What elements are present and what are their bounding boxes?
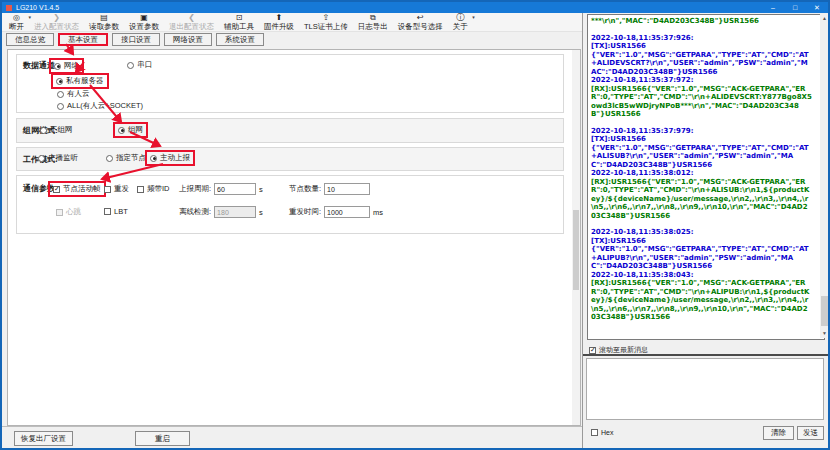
option-label-all-socket: ALL(有人云+SOCKET) (67, 101, 143, 111)
option-label-mesh: 组网 (128, 125, 143, 135)
radio-option-no-mesh[interactable]: 不组网 (37, 124, 76, 136)
radio-option-mesh[interactable]: 组网 (113, 122, 148, 138)
toolbar-icon-enter-config: ❯ (53, 13, 60, 22)
radio-option-serial[interactable]: 串口 (124, 59, 155, 71)
radio-icon-no-mesh (40, 127, 47, 134)
checkbox-option-resend[interactable]: 重发 (101, 183, 132, 195)
send-input[interactable] (586, 358, 824, 420)
field-label: 节点数量: (289, 184, 321, 194)
checkbox-icon (589, 347, 596, 354)
maximize-button[interactable]: □ (784, 2, 806, 13)
tab-system-settings[interactable]: 系统设置 (216, 33, 264, 46)
radio-icon-network (54, 63, 61, 70)
minimize-button[interactable]: – (762, 2, 784, 13)
tab-bar: 信息总览基本设置接口设置网络设置系统设置 (6, 33, 264, 48)
radio-option-active-report[interactable]: 主动上报 (145, 150, 195, 166)
radio-option-all-socket[interactable]: ALL(有人云+SOCKET) (54, 100, 146, 112)
toolbar-icon-disconnect: ◎ (13, 13, 20, 22)
radio-option-network[interactable]: 网络 (49, 58, 84, 74)
log-entry: 2022-10-18,11:35:38:043: (591, 271, 812, 280)
toolbar-button-disconnect[interactable]: ◎ 断开 ▾ (4, 13, 29, 31)
toolbar-icon-firmware-upgrade: ⬆ (276, 13, 283, 22)
field-unit: s (259, 185, 263, 194)
settings-scrollbar[interactable] (572, 50, 580, 425)
radio-icon-all-socket (57, 103, 64, 110)
toolbar-label-firmware-upgrade: 固件升级 (264, 22, 294, 31)
radio-option-assigned-node[interactable]: 指定节点 (103, 152, 149, 164)
option-label-serial: 串口 (137, 60, 152, 70)
log-entry: {"VER":"1.0","MSG":"GETPARA","TYPE":"AT"… (591, 51, 812, 77)
field-unit: ms (373, 208, 383, 217)
scroll-down-icon[interactable]: ▼ (820, 329, 829, 338)
toolbar-label-read-params: 读取参数 (89, 22, 119, 31)
toolbar-label-tls-cert-upload: TLS证书上传 (304, 22, 348, 31)
toolbar-button-enter-config[interactable]: ❯ 进入配置状态 ▾ (29, 13, 84, 31)
resend-time-input[interactable] (324, 206, 370, 218)
field-label: 上报周期: (179, 184, 211, 194)
checkbox-icon-band-id (137, 186, 144, 193)
checkbox-icon-heartbeat (56, 209, 63, 216)
toolbar-button-tls-cert-upload[interactable]: ⇪ TLS证书上传 ▾ (299, 13, 353, 31)
radio-icon-serial (127, 62, 134, 69)
log-entry: [TX]:USR1566 (591, 42, 812, 51)
option-label-active-report: 主动上报 (160, 153, 190, 163)
group-data-channel: 数据通道: 网络 串口 私有服务器 有人云 ALL (16, 54, 564, 113)
report-period-input[interactable] (214, 183, 256, 195)
scroll-up-icon[interactable]: ▲ (820, 14, 829, 23)
toolbar-label-device-model-select: 设备型号选择 (398, 22, 443, 31)
tab-basic-settings[interactable]: 基本设置 (58, 33, 108, 46)
option-label-private-server: 私有服务器 (66, 76, 104, 86)
checkbox-icon-node-active-frame (53, 186, 60, 193)
send-button[interactable]: 发送 (797, 426, 824, 440)
toolbar-button-log-export[interactable]: ⧉ 日志导出 ▾ (353, 13, 393, 31)
hex-label: Hex (601, 429, 613, 436)
scrollbar-thumb[interactable] (573, 210, 579, 290)
log-output[interactable]: ***\r\n","MAC":"D4AD203C348B"}USR1566202… (587, 14, 825, 340)
checkbox-option-band-id[interactable]: 频带ID (134, 183, 173, 195)
radio-option-broadcast-listen[interactable]: 广播监听 (35, 152, 81, 164)
log-entry: [TX]:USR1566 (591, 135, 812, 144)
toolbar-button-exit-config[interactable]: ❮ 退出配置状态 ▾ (164, 13, 219, 31)
clear-button[interactable]: 清除 (763, 426, 794, 440)
toolbar-label-tools: 辅助工具 (224, 22, 254, 31)
toolbar-label-log-export: 日志导出 (358, 22, 388, 31)
tab-port-settings[interactable]: 接口设置 (112, 33, 160, 46)
bottom-strip (2, 426, 582, 450)
toolbar-button-set-params[interactable]: ▣ 设置参数 ▾ (124, 13, 164, 31)
radio-option-usr-cloud[interactable]: 有人云 (54, 88, 93, 100)
checkbox-icon (591, 429, 598, 436)
toolbar-icon-about: ⓘ (456, 13, 464, 22)
toolbar-button-tools[interactable]: ⊡ 辅助工具 ▾ (219, 13, 259, 31)
checkbox-option-lbt[interactable]: LBT (101, 206, 131, 217)
option-label-network: 网络 (64, 61, 79, 71)
close-button[interactable]: ✕ (806, 2, 828, 13)
divider (583, 354, 830, 356)
log-entry: [TX]:USR1566 (591, 237, 812, 246)
node-count-input[interactable] (324, 183, 370, 195)
toolbar-button-firmware-upgrade[interactable]: ⬆ 固件升级 ▾ (259, 13, 299, 31)
hex-checkbox[interactable]: Hex (591, 429, 613, 436)
toolbar-button-about[interactable]: ⓘ 关于 ▾ (448, 13, 473, 31)
toolbar-icon-tls-cert-upload: ⇪ (323, 13, 330, 22)
toolbar-button-device-model-select[interactable]: ↩ 设备型号选择 ▾ (393, 13, 448, 31)
group-network-mode: 组网模式: 不组网 组网 (16, 118, 564, 143)
restart-button[interactable]: 重启 (135, 431, 190, 446)
tab-info-overview[interactable]: 信息总览 (6, 33, 54, 46)
tab-network-settings[interactable]: 网络设置 (164, 33, 212, 46)
factory-reset-button[interactable]: 恢复出厂设置 (14, 431, 73, 446)
checkbox-icon-lbt (104, 208, 111, 215)
toolbar-button-read-params[interactable]: ▤ 读取参数 ▾ (84, 13, 124, 31)
log-entry (591, 220, 812, 228)
field-resend-time: 重发时间: ms (289, 206, 383, 218)
log-scrollbar-thumb[interactable] (821, 296, 828, 326)
toolbar-icon-exit-config: ❮ (188, 13, 195, 22)
dropdown-arrow-icon-about[interactable]: ▾ (472, 14, 475, 20)
field-offline-detect: 离线检测: s (179, 206, 263, 218)
group-work-mode: 工作模式: 广播监听 指定节点 主动上报 (16, 147, 564, 171)
radio-option-private-server[interactable]: 私有服务器 (51, 73, 109, 89)
toolbar-icon-device-model-select: ↩ (417, 13, 424, 22)
checkbox-option-node-active-frame[interactable]: 节点活动帧 (48, 181, 106, 197)
log-scrollbar[interactable]: ▲ ▼ (820, 14, 829, 338)
log-entry: 2022-10-18,11:35:37:972: (591, 76, 812, 85)
checkbox-option-heartbeat[interactable]: 心跳 (53, 206, 84, 218)
